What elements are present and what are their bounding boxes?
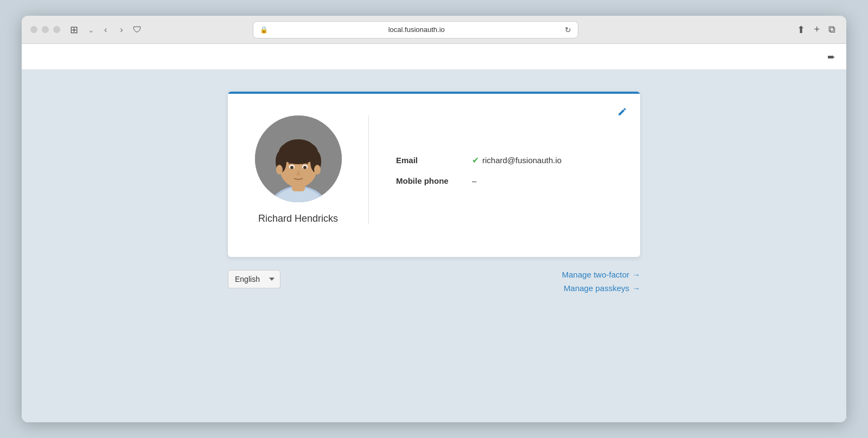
email-label: Email bbox=[396, 156, 461, 165]
card-body: Richard Hendricks Email ✔ richard@fusion… bbox=[228, 94, 640, 257]
svg-point-13 bbox=[276, 165, 283, 175]
edit-button[interactable] bbox=[615, 105, 629, 121]
svg-point-8 bbox=[282, 139, 315, 159]
top-bar: ➨ bbox=[22, 44, 846, 70]
manage-two-factor-label: Manage two-factor bbox=[562, 270, 629, 279]
lock-icon: 🔒 bbox=[260, 26, 268, 34]
refresh-button[interactable]: ↻ bbox=[565, 25, 571, 34]
passkeys-arrow-icon: → bbox=[633, 284, 640, 293]
traffic-light-close bbox=[30, 26, 37, 33]
tabs-button[interactable]: ⧉ bbox=[826, 22, 838, 37]
email-field-row: Email ✔ richard@fusionauth.io bbox=[396, 155, 618, 165]
phone-value: – bbox=[472, 176, 476, 185]
traffic-light-minimize bbox=[42, 26, 49, 33]
browser-actions: ⬆ + ⧉ bbox=[795, 22, 838, 38]
profile-right: Email ✔ richard@fusionauth.io Mobile pho… bbox=[369, 115, 618, 224]
traffic-lights bbox=[30, 26, 60, 33]
manage-two-factor-link[interactable]: Manage two-factor → bbox=[562, 270, 640, 279]
phone-label: Mobile phone bbox=[396, 176, 461, 185]
back-button[interactable]: ‹ bbox=[101, 23, 110, 37]
manage-links: Manage two-factor → Manage passkeys → bbox=[562, 270, 640, 293]
profile-card: Richard Hendricks Email ✔ richard@fusion… bbox=[228, 92, 640, 257]
language-select[interactable]: English Spanish French German bbox=[228, 270, 280, 288]
svg-point-11 bbox=[290, 166, 293, 169]
sidebar-toggle-button[interactable]: ⊞ bbox=[67, 22, 81, 38]
manage-passkeys-label: Manage passkeys bbox=[564, 284, 629, 293]
url-text: local.fusionauth.io bbox=[271, 25, 561, 34]
verified-check-icon: ✔ bbox=[472, 155, 479, 165]
share-button[interactable]: ⬆ bbox=[795, 22, 807, 38]
phone-field-row: Mobile phone – bbox=[396, 176, 618, 185]
exit-icon[interactable]: ➨ bbox=[827, 51, 835, 63]
language-selector-wrapper: English Spanish French German bbox=[228, 270, 280, 288]
email-address: richard@fusionauth.io bbox=[482, 156, 561, 165]
profile-name: Richard Hendricks bbox=[258, 213, 338, 224]
email-value: ✔ richard@fusionauth.io bbox=[472, 155, 561, 165]
content-area: Richard Hendricks Email ✔ richard@fusion… bbox=[22, 70, 846, 422]
card-footer: English Spanish French German Manage two… bbox=[228, 270, 640, 293]
new-tab-button[interactable]: + bbox=[812, 22, 822, 37]
privacy-shield-icon: 🛡 bbox=[133, 25, 142, 35]
address-bar[interactable]: 🔒 local.fusionauth.io ↻ bbox=[253, 21, 578, 38]
manage-passkeys-link[interactable]: Manage passkeys → bbox=[564, 284, 640, 293]
profile-left: Richard Hendricks bbox=[250, 115, 369, 224]
pencil-icon bbox=[617, 107, 627, 117]
browser-toolbar: ⊞ ⌄ ‹ › 🛡 🔒 local.fusionauth.io ↻ ⬆ + ⧉ bbox=[22, 16, 846, 44]
forward-button[interactable]: › bbox=[117, 23, 126, 37]
two-factor-arrow-icon: → bbox=[633, 270, 640, 279]
avatar bbox=[255, 115, 342, 202]
svg-point-12 bbox=[303, 166, 307, 169]
traffic-light-maximize bbox=[53, 26, 60, 33]
browser-window: ⊞ ⌄ ‹ › 🛡 🔒 local.fusionauth.io ↻ ⬆ + ⧉ … bbox=[22, 16, 846, 422]
avatar-image bbox=[255, 115, 342, 202]
svg-point-14 bbox=[314, 165, 321, 175]
